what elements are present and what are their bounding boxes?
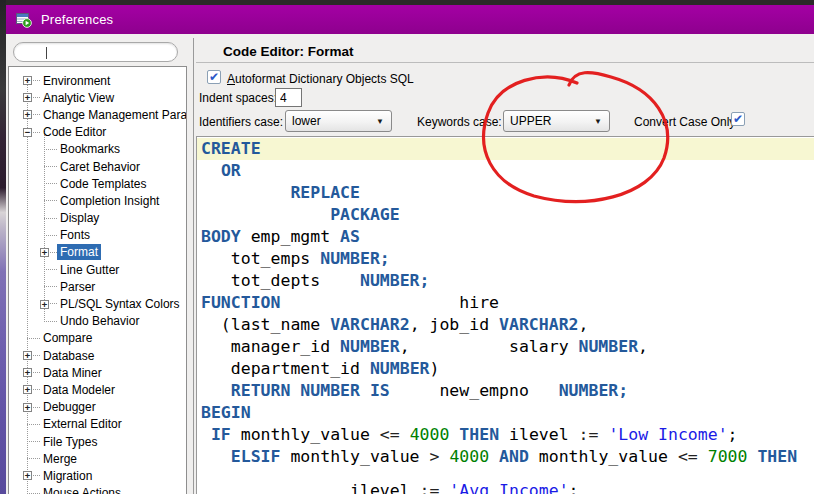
- sidebar-item-undo-behavior[interactable]: Undo Behavior: [9, 313, 186, 330]
- sidebar-item-line-gutter[interactable]: Line Gutter: [9, 261, 186, 278]
- expand-icon[interactable]: +: [23, 76, 32, 85]
- preferences-tree[interactable]: +Environment+Analytic View+Change Manage…: [8, 66, 187, 494]
- code-token-pl: [201, 183, 290, 202]
- keywords-case-dropdown[interactable]: UPPER ▼: [503, 110, 610, 132]
- sidebar-item-compare[interactable]: Compare: [9, 330, 186, 347]
- sidebar-search[interactable]: [13, 42, 178, 62]
- autoformat-label: Autoformat Dictionary Objects SQL: [227, 72, 414, 86]
- sidebar-item-bookmarks[interactable]: Bookmarks: [9, 141, 186, 158]
- tree-item-label[interactable]: Data Modeler: [40, 382, 118, 398]
- tree-item-label[interactable]: Analytic View: [40, 90, 117, 106]
- code-token-pl: manager_id: [201, 337, 340, 356]
- code-line: ilevel := 'Avg Income';: [201, 480, 814, 494]
- expand-icon[interactable]: +: [40, 300, 49, 309]
- expand-icon[interactable]: +: [23, 385, 32, 394]
- tree-item-label[interactable]: Line Gutter: [57, 262, 122, 278]
- code-token-kw: FUNCTION: [201, 293, 280, 312]
- convert-case-only-checkbox[interactable]: ✔: [731, 112, 745, 126]
- window-titlebar[interactable]: Preferences: [6, 5, 814, 34]
- sidebar-item-data-miner[interactable]: +Data Miner: [9, 364, 186, 381]
- sidebar-item-fonts[interactable]: Fonts: [9, 227, 186, 244]
- expand-icon[interactable]: +: [23, 471, 32, 480]
- code-token-kw: NUMBER;: [559, 381, 629, 400]
- tree-item-label[interactable]: Parser: [57, 279, 98, 295]
- expand-icon[interactable]: +: [23, 351, 32, 360]
- indent-spaces-input[interactable]: [275, 88, 302, 107]
- expand-icon[interactable]: +: [23, 403, 32, 412]
- panel-divider[interactable]: [193, 38, 194, 494]
- tree-item-label[interactable]: Undo Behavior: [57, 313, 142, 329]
- tree-item-label[interactable]: Fonts: [57, 227, 93, 243]
- code-token-kw: BEGIN: [201, 403, 251, 422]
- search-input[interactable]: [25, 44, 180, 60]
- code-token-kw: IF: [211, 425, 231, 444]
- sidebar-item-database[interactable]: +Database: [9, 347, 186, 364]
- expand-icon[interactable]: +: [23, 368, 32, 377]
- sidebar-item-code-templates[interactable]: Code Templates: [9, 175, 186, 192]
- sidebar-item-change-management-paramet[interactable]: +Change Management Paramet: [9, 106, 186, 123]
- tree-item-label[interactable]: Code Editor: [40, 124, 109, 140]
- sidebar-item-merge[interactable]: Merge: [9, 450, 186, 467]
- code-token-kw: NUMBER;: [360, 271, 430, 290]
- sidebar-item-analytic-view[interactable]: +Analytic View: [9, 89, 186, 106]
- code-line: RETURN NUMBER IS new_empno NUMBER;: [201, 380, 814, 402]
- sidebar-item-display[interactable]: Display: [9, 210, 186, 227]
- code-token-num: 4000: [449, 447, 489, 466]
- code-token-num: 7000: [708, 447, 748, 466]
- sidebar-item-debugger[interactable]: +Debugger: [9, 399, 186, 416]
- code-token-pl: monthly_value: [529, 447, 678, 466]
- sidebar-item-completion-insight[interactable]: Completion Insight: [9, 192, 186, 209]
- tree-item-label[interactable]: Database: [40, 348, 97, 364]
- sidebar-item-caret-behavior[interactable]: Caret Behavior: [9, 158, 186, 175]
- expand-icon[interactable]: +: [23, 93, 32, 102]
- sidebar-item-pl-sql-syntax-colors[interactable]: +PL/SQL Syntax Colors: [9, 295, 186, 312]
- sidebar-item-environment[interactable]: +Environment: [9, 72, 186, 89]
- tree-item-label[interactable]: File Types: [40, 434, 100, 450]
- tree-item-label[interactable]: Environment: [40, 73, 113, 89]
- tree-item-label[interactable]: PL/SQL Syntax Colors: [57, 296, 183, 312]
- code-token-pl: ;: [728, 425, 738, 444]
- sidebar-item-mouse-actions[interactable]: Mouse Actions: [9, 485, 186, 494]
- tree-item-label[interactable]: Caret Behavior: [57, 159, 143, 175]
- collapse-icon[interactable]: −: [23, 128, 32, 137]
- identifiers-case-value: lower: [292, 114, 376, 128]
- tree-item-label[interactable]: Format: [57, 244, 101, 260]
- identifiers-case-dropdown[interactable]: lower ▼: [285, 110, 392, 132]
- sidebar-item-file-types[interactable]: File Types: [9, 433, 186, 450]
- expand-icon[interactable]: +: [40, 248, 49, 257]
- expand-icon[interactable]: +: [23, 110, 32, 119]
- tree-item-label[interactable]: Data Miner: [40, 365, 105, 381]
- tree-item-label[interactable]: Change Management Paramet: [40, 107, 187, 123]
- code-token-pl: ,: [579, 315, 589, 334]
- code-token-pl: [400, 425, 410, 444]
- identifiers-case-label: Identifiers case:: [199, 115, 283, 129]
- desktop-background-left: [0, 0, 6, 494]
- sidebar-item-external-editor[interactable]: External Editor: [9, 416, 186, 433]
- code-preview-editor[interactable]: CREATE OR REPLACE PACKAGEBODY emp_mgmt A…: [196, 136, 814, 494]
- code-token-kw: NUMBER;: [320, 249, 390, 268]
- tree-item-label[interactable]: Code Templates: [57, 176, 150, 192]
- tree-item-label[interactable]: Bookmarks: [57, 141, 123, 157]
- sidebar-item-data-modeler[interactable]: +Data Modeler: [9, 381, 186, 398]
- tree-connector-stub: [44, 183, 57, 184]
- tree-item-label[interactable]: Display: [57, 210, 102, 226]
- tree-item-label[interactable]: Migration: [40, 468, 95, 484]
- tree-item-label[interactable]: Compare: [40, 330, 95, 346]
- tree-item-label[interactable]: Merge: [40, 451, 80, 467]
- code-token-pl: hire: [280, 293, 499, 312]
- sidebar-item-format[interactable]: +Format: [9, 244, 186, 261]
- sidebar-item-migration[interactable]: +Migration: [9, 467, 186, 484]
- code-line: ELSIF monthly_value > 4000 AND monthly_v…: [201, 446, 814, 468]
- tree-connector-stub: [27, 338, 40, 339]
- tree-item-label[interactable]: Mouse Actions: [40, 485, 124, 494]
- sidebar-item-parser[interactable]: Parser: [9, 278, 186, 295]
- code-line: (last_name VARCHAR2, job_id VARCHAR2,: [201, 314, 814, 336]
- autoformat-label-rest: utoformat Dictionary Objects SQL: [235, 72, 414, 86]
- sidebar-item-code-editor[interactable]: −Code Editor: [9, 124, 186, 141]
- code-line: PACKAGE: [201, 204, 814, 226]
- tree-item-label[interactable]: External Editor: [40, 416, 125, 432]
- autoformat-checkbox[interactable]: ✔: [207, 70, 221, 84]
- code-token-pl: ilevel: [499, 425, 578, 444]
- tree-item-label[interactable]: Debugger: [40, 399, 99, 415]
- tree-item-label[interactable]: Completion Insight: [57, 193, 162, 209]
